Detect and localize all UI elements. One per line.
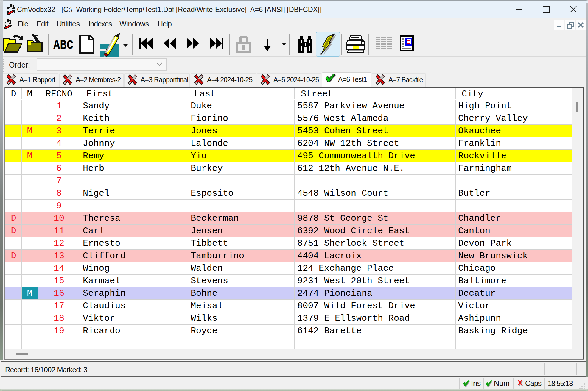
svg-text:ABC: ABC: [53, 39, 73, 51]
